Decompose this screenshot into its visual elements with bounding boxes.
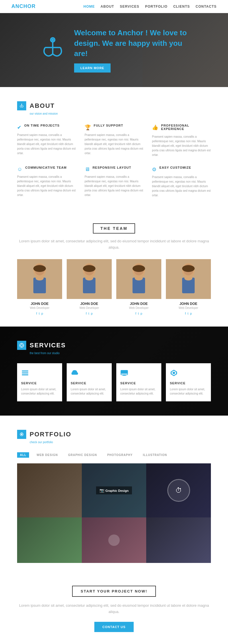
feature-experience: 👍 PROFESSIONAL EXPERIENCE Praesent sapie… [152, 124, 211, 157]
svg-point-11 [36, 276, 44, 280]
service-text-2: Lorem ipsum dolor sit amet, consectetur … [71, 387, 108, 396]
portfolio-item-3[interactable]: ⏱ [146, 463, 211, 517]
facebook-icon[interactable]: f [135, 312, 136, 315]
about-header: ABOUT [17, 101, 211, 110]
twitter-icon[interactable]: t [88, 312, 89, 315]
service-title-4: SERVICE [170, 381, 207, 385]
filter-illustration[interactable]: ILLUSTRATION [140, 452, 170, 458]
team-role-1: Web Developer [17, 306, 62, 309]
team-member-3: JOHN DOE Web Developer f t p [116, 259, 161, 315]
feature-title-4: COMMUNICATIVE TEAM [25, 166, 67, 169]
feature-customize: ⚙ EASY CUSTOMIZE Praesent sapien massa, … [152, 166, 211, 198]
twitter-icon[interactable]: t [39, 312, 40, 315]
feature-title-1: ON TIME PROJECTS [24, 124, 60, 127]
nav-home[interactable]: HOME [84, 5, 95, 9]
team-description: Lorem ipsum dolor sit amet, consectetur … [17, 238, 211, 251]
filter-photography[interactable]: PHOTOGRAPHY [104, 452, 135, 458]
svg-rect-34 [22, 373, 28, 373]
svg-point-14 [83, 265, 95, 272]
service-icon-4 [170, 369, 207, 379]
svg-point-9 [33, 265, 46, 272]
svg-rect-38 [123, 375, 125, 375]
feature-text-3: Praesent sapien massa, convallis a pelle… [152, 135, 211, 157]
svg-point-3 [52, 38, 54, 41]
hero-brand: Anchor [117, 28, 143, 37]
contact-us-button[interactable]: CONTACT US [94, 622, 133, 632]
team-member-1: JOHN DOE Web Developer f t p [17, 259, 62, 315]
portfolio-icon [17, 430, 26, 439]
trophy-icon: 🏆 [85, 124, 91, 131]
pinterest-icon[interactable]: p [91, 312, 93, 315]
team-member-2: JOHN DOE Web Developer f t p [67, 259, 112, 315]
feature-support: 🏆 FULLY SUPPORT Praesent sapien massa, c… [85, 124, 144, 157]
nav-services[interactable]: SERVICES [120, 5, 139, 9]
hero-section: Welcome to Anchor ! We love to design. W… [0, 13, 228, 87]
portfolio-item-5[interactable] [82, 517, 146, 563]
nav-contacts[interactable]: CONTACTS [196, 5, 217, 9]
filter-row: ALL WEB DESIGN GRAPHIC DESIGN PHOTOGRAPH… [17, 452, 211, 458]
feature-title-6: EASY CUSTOMIZE [159, 166, 191, 169]
smile-icon: ☺ [17, 166, 22, 172]
nav-portfolio[interactable]: PORTFOLIO [145, 5, 168, 9]
svg-rect-39 [122, 375, 126, 376]
pinterest-icon[interactable]: p [141, 312, 142, 315]
learn-more-button[interactable]: LEARN MORE [74, 63, 111, 73]
svg-point-16 [85, 276, 93, 280]
about-section: ABOUT our vision and mission ✔ ON TIME P… [0, 87, 228, 212]
facebook-icon[interactable]: f [185, 312, 186, 315]
hero-text: Welcome to Anchor ! We love to design. W… [74, 28, 188, 72]
team-social-3: f t p [116, 312, 161, 315]
service-card-2: SERVICE Lorem ipsum dolor sit amet, cons… [67, 363, 112, 401]
filter-web-design[interactable]: WEB DESIGN [34, 452, 60, 458]
team-social-2: f t p [67, 312, 112, 315]
portfolio-section: PORTFOLIO check our portfolio ALL WEB DE… [0, 416, 228, 571]
portfolio-header: PORTFOLIO [17, 430, 211, 439]
svg-point-24 [182, 265, 195, 272]
thumbsup-icon: 👍 [152, 124, 158, 131]
cta-description: Lorem ipsum dolor sit amet, consectetur … [17, 602, 211, 615]
service-icon-1 [21, 369, 58, 379]
filter-graphic-design[interactable]: GRAPHIC DESIGN [65, 452, 100, 458]
filter-all[interactable]: ALL [17, 452, 29, 458]
portfolio-item-6[interactable] [146, 517, 211, 563]
portfolio-item-2[interactable]: 📷Graphic Design [82, 463, 146, 517]
team-section: THE TEAM Lorem ipsum dolor sit amet, con… [0, 212, 228, 327]
nav-about[interactable]: ABOUT [101, 5, 114, 9]
facebook-icon[interactable]: f [36, 312, 37, 315]
feature-responsive: 🖥 RESPONSIVE LAYOUT Praesent sapien mass… [85, 166, 144, 198]
svg-rect-45 [21, 433, 22, 433]
team-role-2: Web Developer [67, 306, 112, 309]
service-title-2: SERVICE [71, 381, 108, 385]
service-text-4: Lorem ipsum dolor sit amet, consectetur … [170, 387, 207, 396]
portfolio-item-4[interactable] [17, 517, 82, 563]
svg-rect-37 [121, 370, 128, 374]
pinterest-icon[interactable]: p [190, 312, 192, 315]
facebook-icon[interactable]: f [86, 312, 87, 315]
team-social-1: f t p [17, 312, 62, 315]
nav-clients[interactable]: CLIENTS [173, 5, 190, 9]
svg-rect-35 [22, 374, 28, 375]
services-grid: SERVICE Lorem ipsum dolor sit amet, cons… [17, 363, 211, 401]
navbar: ANCHOR HOME ABOUT SERVICES PORTFOLIO CLI… [0, 0, 228, 13]
portfolio-label-2: 📷Graphic Design [96, 486, 132, 494]
cta-heading: START YOUR PROJECT NOW! [72, 586, 156, 597]
monitor-icon: 🖥 [85, 166, 90, 172]
twitter-icon[interactable]: t [138, 312, 139, 315]
anchor-icon [40, 35, 66, 66]
team-photo-4 [166, 259, 211, 299]
team-name-1: JOHN DOE [17, 302, 62, 306]
team-member-4: JOHN DOE Web Developer f t p [166, 259, 211, 315]
service-card-4: SERVICE Lorem ipsum dolor sit amet, cons… [166, 363, 211, 401]
checkmark-icon: ✔ [17, 124, 21, 131]
pinterest-icon[interactable]: p [41, 312, 43, 315]
team-grid: JOHN DOE Web Developer f t p [17, 259, 211, 315]
portfolio-item-1[interactable] [17, 463, 82, 517]
twitter-icon[interactable]: t [188, 312, 188, 315]
services-icon [17, 341, 26, 350]
about-subtitle: our vision and mission [30, 112, 211, 115]
services-header: SERVICES [17, 341, 211, 350]
hero-welcome-prefix: Welcome to [74, 28, 117, 37]
feature-text-1: Praesent sapien massa, convallis a pelle… [17, 133, 76, 156]
logo[interactable]: ANCHOR [11, 3, 36, 9]
nav-links: HOME ABOUT SERVICES PORTFOLIO CLIENTS CO… [84, 5, 217, 9]
